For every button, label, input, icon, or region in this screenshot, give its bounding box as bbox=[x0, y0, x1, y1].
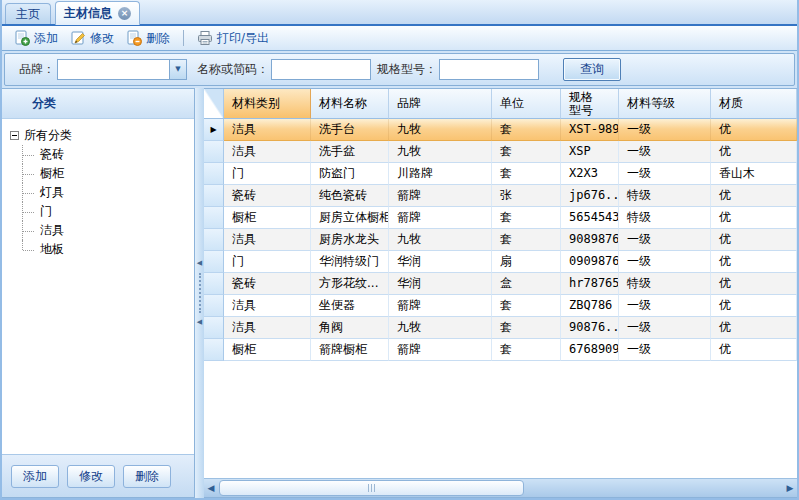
table-row[interactable]: 门华润特级门华润扇09098768一级优 bbox=[204, 251, 797, 273]
column-header-0[interactable]: 材料类别 bbox=[224, 89, 311, 119]
grid-cell[interactable]: 套 bbox=[492, 229, 561, 251]
row-header-cell[interactable] bbox=[204, 229, 224, 251]
grid-cell[interactable]: 箭牌 bbox=[389, 295, 492, 317]
table-row[interactable]: 橱柜箭牌橱柜箭牌套67689098一级优 bbox=[204, 339, 797, 361]
grid-cell[interactable]: 扇 bbox=[492, 251, 561, 273]
tree-item-3[interactable]: 门 bbox=[10, 202, 194, 221]
grid-cell[interactable]: 洗手盆 bbox=[311, 141, 389, 163]
grid-cell[interactable]: 角阀 bbox=[311, 317, 389, 339]
grid-cell[interactable]: 九牧 bbox=[389, 141, 492, 163]
tree-item-2[interactable]: 灯具 bbox=[10, 183, 194, 202]
grid-cell[interactable]: 套 bbox=[492, 207, 561, 229]
table-row[interactable]: 洁具厨房水龙头九牧套9089876一级优 bbox=[204, 229, 797, 251]
grid-cell[interactable]: 套 bbox=[492, 295, 561, 317]
grid-cell[interactable]: 华润特级门 bbox=[311, 251, 389, 273]
grid-cell[interactable]: 特级 bbox=[619, 185, 711, 207]
select-all-corner[interactable] bbox=[204, 89, 224, 119]
grid-cell[interactable]: 一级 bbox=[619, 141, 711, 163]
row-header-cell[interactable] bbox=[204, 141, 224, 163]
column-header-1[interactable]: 材料名称 bbox=[311, 89, 389, 119]
add-button[interactable]: 添加 bbox=[8, 28, 64, 49]
grid-cell[interactable]: ZBQ786 bbox=[561, 295, 619, 317]
grid-cell[interactable]: 洁具 bbox=[224, 229, 311, 251]
grid-cell[interactable]: 优 bbox=[711, 317, 797, 339]
grid-cell[interactable]: 箭牌 bbox=[389, 207, 492, 229]
grid-cell[interactable]: jp676... bbox=[561, 185, 619, 207]
grid-cell[interactable]: 套 bbox=[492, 163, 561, 185]
grid-cell[interactable]: 瓷砖 bbox=[224, 273, 311, 295]
grid-cell[interactable]: 优 bbox=[711, 339, 797, 361]
grid-cell[interactable]: 套 bbox=[492, 119, 561, 141]
grid-cell[interactable]: X2X3 bbox=[561, 163, 619, 185]
grid-cell[interactable]: 特级 bbox=[619, 273, 711, 295]
grid-cell[interactable]: 九牧 bbox=[389, 317, 492, 339]
grid-cell[interactable]: 56545436 bbox=[561, 207, 619, 229]
grid-cell[interactable]: 一级 bbox=[619, 339, 711, 361]
grid-cell[interactable]: 套 bbox=[492, 339, 561, 361]
splitter-collapse-icon-2[interactable]: ◀ bbox=[197, 319, 202, 326]
row-header-cell[interactable] bbox=[204, 317, 224, 339]
splitter-collapse-icon[interactable]: ◀ bbox=[197, 260, 202, 267]
chevron-down-icon[interactable]: ▼ bbox=[169, 60, 186, 79]
row-header-cell[interactable] bbox=[204, 273, 224, 295]
grid-cell[interactable]: 华润 bbox=[389, 273, 492, 295]
grid-cell[interactable]: 洁具 bbox=[224, 141, 311, 163]
row-header-cell[interactable] bbox=[204, 339, 224, 361]
name-code-input[interactable] bbox=[271, 59, 371, 80]
table-row[interactable]: 洁具坐便器箭牌套ZBQ786一级优 bbox=[204, 295, 797, 317]
grid-cell[interactable]: 洗手台 bbox=[311, 119, 389, 141]
table-row[interactable]: 洁具洗手盆九牧套XSP一级优 bbox=[204, 141, 797, 163]
grid-cell[interactable]: 套 bbox=[492, 317, 561, 339]
grid-cell[interactable]: 箭牌 bbox=[389, 339, 492, 361]
grid-cell[interactable]: 一级 bbox=[619, 229, 711, 251]
grid-cell[interactable]: 瓷砖 bbox=[224, 185, 311, 207]
tree-item-5[interactable]: 地板 bbox=[10, 240, 194, 259]
row-header-cell[interactable] bbox=[204, 207, 224, 229]
grid-cell[interactable]: XST-989 bbox=[561, 119, 619, 141]
grid-cell[interactable]: 橱柜 bbox=[224, 207, 311, 229]
grid-cell[interactable]: 洁具 bbox=[224, 119, 311, 141]
table-row[interactable]: 瓷砖方形花纹...华润盒hr787656特级优 bbox=[204, 273, 797, 295]
grid-cell[interactable]: 优 bbox=[711, 295, 797, 317]
grid-cell[interactable]: 90876... bbox=[561, 317, 619, 339]
tree-item-0[interactable]: 瓷砖 bbox=[10, 145, 194, 164]
grid-cell[interactable]: hr787656 bbox=[561, 273, 619, 295]
grid-cell[interactable]: 方形花纹... bbox=[311, 273, 389, 295]
grid-cell[interactable]: 优 bbox=[711, 229, 797, 251]
grid-cell[interactable]: 香山木 bbox=[711, 163, 797, 185]
column-header-6[interactable]: 材质 bbox=[711, 89, 797, 119]
grid-cell[interactable]: 一级 bbox=[619, 163, 711, 185]
grid-cell[interactable]: 华润 bbox=[389, 251, 492, 273]
collapse-icon[interactable] bbox=[10, 131, 19, 140]
close-tab-icon[interactable]: × bbox=[118, 7, 131, 20]
grid-cell[interactable]: 箭牌 bbox=[389, 185, 492, 207]
grid-cell[interactable]: 优 bbox=[711, 141, 797, 163]
sidebar-delete-button[interactable]: 删除 bbox=[123, 465, 171, 488]
table-row[interactable]: ▶洁具洗手台九牧套XST-989一级优 bbox=[204, 119, 797, 141]
grid-cell[interactable]: 橱柜 bbox=[224, 339, 311, 361]
grid-cell[interactable]: 门 bbox=[224, 163, 311, 185]
grid-cell[interactable]: 九牧 bbox=[389, 229, 492, 251]
brand-combobox[interactable]: ▼ bbox=[57, 59, 187, 80]
grid-cell[interactable]: 优 bbox=[711, 273, 797, 295]
grid-cell[interactable]: 洁具 bbox=[224, 317, 311, 339]
row-header-cell[interactable] bbox=[204, 295, 224, 317]
brand-combo-input[interactable] bbox=[58, 60, 169, 79]
scroll-right-icon[interactable]: ▶ bbox=[783, 479, 797, 497]
grid-cell[interactable]: 盒 bbox=[492, 273, 561, 295]
print-export-button[interactable]: 打印/导出 bbox=[191, 28, 275, 49]
grid-cell[interactable]: 箭牌橱柜 bbox=[311, 339, 389, 361]
delete-button[interactable]: 删除 bbox=[120, 28, 176, 49]
column-header-2[interactable]: 品牌 bbox=[389, 89, 492, 119]
sidebar-edit-button[interactable]: 修改 bbox=[67, 465, 115, 488]
scrollbar-thumb[interactable] bbox=[219, 480, 524, 496]
grid-cell[interactable]: 厨房立体橱柜 bbox=[311, 207, 389, 229]
sidebar-add-button[interactable]: 添加 bbox=[11, 465, 59, 488]
tree-item-4[interactable]: 洁具 bbox=[10, 221, 194, 240]
grid-cell[interactable]: 防盗门 bbox=[311, 163, 389, 185]
grid-cell[interactable]: 张 bbox=[492, 185, 561, 207]
grid-cell[interactable]: 优 bbox=[711, 251, 797, 273]
row-header-cell[interactable] bbox=[204, 251, 224, 273]
grid-cell[interactable]: 一级 bbox=[619, 317, 711, 339]
column-header-5[interactable]: 材料等级 bbox=[619, 89, 711, 119]
